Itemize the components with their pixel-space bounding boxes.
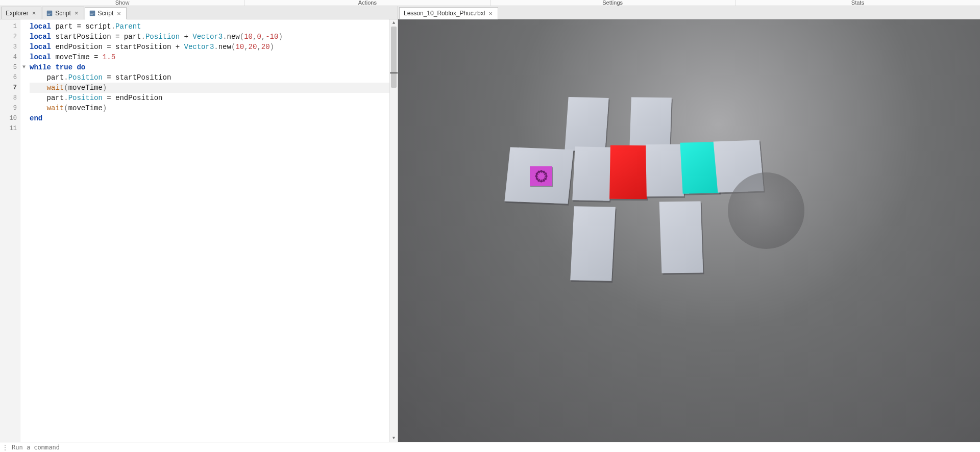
tab-script[interactable]: Script× xyxy=(85,7,127,19)
scroll-mark xyxy=(390,72,398,73)
code-line[interactable]: while true do xyxy=(30,62,398,72)
rock-sphere[interactable] xyxy=(728,172,804,249)
scroll-thumb[interactable] xyxy=(391,27,397,88)
platform-gray[interactable] xyxy=(629,97,672,151)
ribbon-group: Actions xyxy=(245,0,490,6)
tab-script[interactable]: Script× xyxy=(42,7,84,19)
code-line[interactable]: local part = script.Parent xyxy=(30,21,398,32)
grip-icon: ⋮ xyxy=(2,444,9,451)
svg-rect-3 xyxy=(48,14,51,14)
close-icon[interactable]: × xyxy=(116,10,122,17)
svg-rect-6 xyxy=(90,13,94,13)
ribbon-group-labels: Show Actions Settings Stats xyxy=(0,0,980,6)
code-line[interactable] xyxy=(30,123,398,134)
platform-gray[interactable] xyxy=(570,206,616,281)
code-line[interactable]: wait(moveTime) xyxy=(30,103,398,113)
code-line[interactable]: local startPosition = part.Position + Ve… xyxy=(30,32,398,42)
code-line[interactable]: end xyxy=(30,113,398,123)
code-line[interactable]: local moveTime = 1.5 xyxy=(30,52,398,62)
tab-label: Lesson_10_Roblox_Phuc.rbxl xyxy=(404,10,485,17)
tab-label: Script xyxy=(98,10,114,17)
platform-gray[interactable] xyxy=(659,201,703,273)
tab-game-file[interactable]: Lesson_10_Roblox_Phuc.rbxl× xyxy=(399,7,498,19)
spawn-pad[interactable] xyxy=(530,166,552,186)
ribbon-group: Stats xyxy=(736,0,980,6)
platform-gray[interactable] xyxy=(565,97,608,152)
scroll-down-arrow[interactable]: ▼ xyxy=(390,435,398,442)
ribbon-group: Show xyxy=(0,0,245,6)
game-viewport[interactable] xyxy=(398,19,980,442)
tab-explorer[interactable]: Explorer× xyxy=(1,7,41,19)
code-line[interactable]: wait(moveTime) xyxy=(30,83,398,93)
platform-gray[interactable] xyxy=(572,146,612,201)
tab-label: Script xyxy=(55,10,71,17)
code-content[interactable]: local part = script.Parentlocal startPos… xyxy=(28,19,398,442)
platform-gray[interactable] xyxy=(646,144,684,197)
scroll-up-arrow[interactable]: ▲ xyxy=(390,19,398,27)
svg-rect-1 xyxy=(48,12,51,12)
command-input[interactable] xyxy=(12,444,980,451)
tab-label: Explorer xyxy=(6,10,29,17)
fold-column[interactable]: ▼ xyxy=(20,19,28,442)
fold-toggle-icon[interactable]: ▼ xyxy=(22,62,26,72)
code-line[interactable]: part.Position = endPosition xyxy=(30,93,398,103)
code-line[interactable]: part.Position = startPosition xyxy=(30,72,398,83)
svg-rect-7 xyxy=(90,14,93,15)
code-line[interactable]: local endPosition = startPosition + Vect… xyxy=(30,42,398,52)
ribbon-group: Settings xyxy=(491,0,736,6)
script-icon xyxy=(89,10,95,16)
viewport-tab-bar: Lesson_10_Roblox_Phuc.rbxl× xyxy=(398,6,980,19)
svg-rect-5 xyxy=(90,12,93,12)
command-bar[interactable]: ⋮ xyxy=(0,442,980,452)
vertical-scrollbar[interactable]: ▲ ▼ xyxy=(389,19,398,442)
svg-rect-2 xyxy=(48,13,52,13)
line-number-gutter: 1234567891011 xyxy=(0,19,20,442)
close-icon[interactable]: × xyxy=(487,10,494,17)
editor-tab-bar: Explorer×Script×Script× xyxy=(0,6,398,19)
spawn-star-icon xyxy=(533,169,549,183)
platform-red[interactable] xyxy=(609,145,648,199)
script-icon xyxy=(46,10,53,16)
code-editor[interactable]: 1234567891011 ▼ local part = script.Pare… xyxy=(0,19,398,442)
close-icon[interactable]: × xyxy=(74,9,80,17)
close-icon[interactable]: × xyxy=(31,9,37,17)
